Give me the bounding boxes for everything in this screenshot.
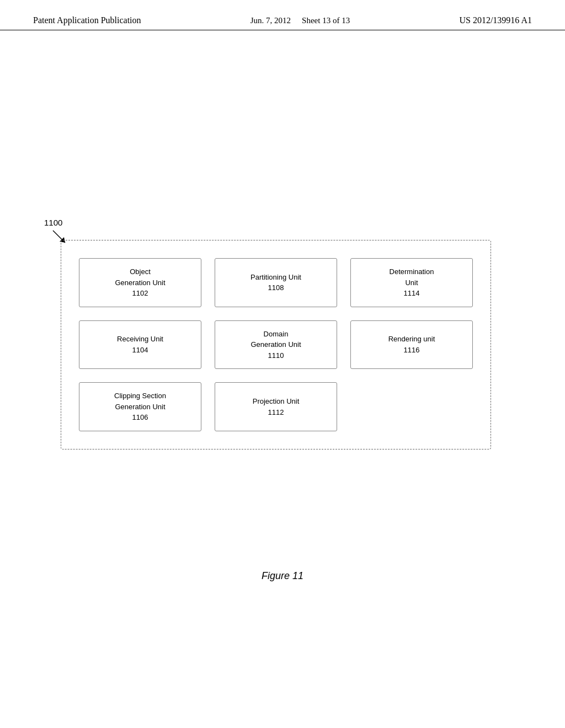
units-grid: ObjectGeneration Unit1102 Partitioning U… — [61, 240, 491, 449]
object-generation-unit-box: ObjectGeneration Unit1102 — [79, 258, 201, 307]
figure-caption: Figure 11 — [262, 570, 303, 582]
header-patent-number: US 2012/139916 A1 — [459, 15, 532, 25]
partitioning-unit-box: Partitioning Unit1108 — [215, 258, 337, 307]
empty-cell — [350, 382, 473, 431]
clipping-section-generation-unit-box: Clipping SectionGeneration Unit1106 — [79, 382, 201, 431]
receiving-unit-box: Receiving Unit1104 — [79, 320, 201, 370]
rendering-unit-box: Rendering unit1116 — [350, 320, 473, 370]
projection-unit-box: Projection Unit1112 — [215, 382, 337, 431]
determination-unit-box: DeterminationUnit1114 — [350, 258, 473, 307]
system-diagram-box: ObjectGeneration Unit1102 Partitioning U… — [61, 240, 491, 449]
page-header: Patent Application Publication Jun. 7, 2… — [0, 0, 565, 30]
main-content: 1100 ObjectGeneration Unit1102 Partition… — [0, 30, 565, 725]
header-date: Jun. 7, 2012 — [250, 16, 291, 25]
domain-generation-unit-box: DomainGeneration Unit1110 — [215, 320, 337, 370]
header-publication-label: Patent Application Publication — [33, 15, 141, 25]
header-sheet: Sheet 13 of 13 — [302, 16, 350, 25]
header-center: Jun. 7, 2012 Sheet 13 of 13 — [250, 16, 350, 25]
